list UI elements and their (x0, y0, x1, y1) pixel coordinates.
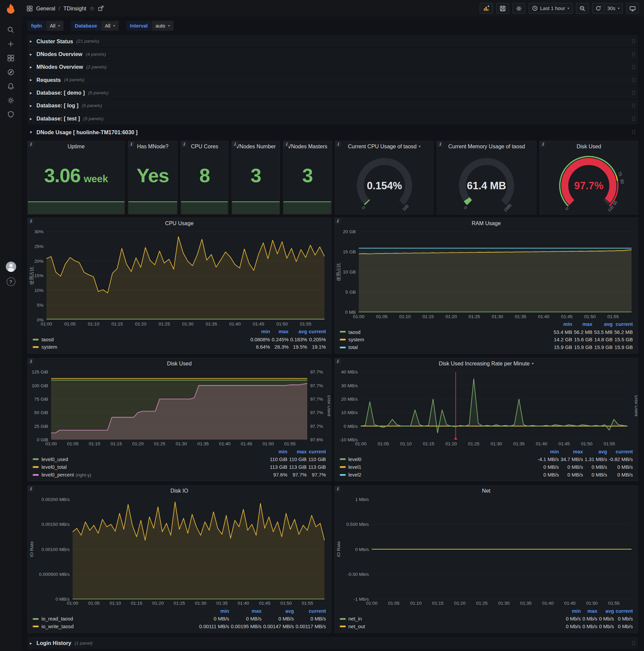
panel-info-icon[interactable]: i (128, 141, 134, 147)
legend-series-name[interactable]: level0_total (32, 463, 269, 471)
time-range-picker[interactable]: Last 1 hour ▾ (528, 3, 573, 14)
drag-handle-icon[interactable] (632, 103, 636, 108)
variable-value-dropdown[interactable]: All▾ (46, 21, 63, 31)
legend-header-avg[interactable]: avg (262, 608, 295, 615)
legend-header-min[interactable]: min (565, 608, 582, 615)
panel-info-icon[interactable]: i (283, 141, 289, 147)
refresh-interval-picker[interactable]: 30s ▾ (604, 3, 623, 14)
legend-series-name[interactable]: level0_used (32, 456, 269, 463)
panel-info-icon[interactable]: i (335, 359, 341, 364)
chart-disk-io[interactable]: 0 MB/s0.000500 MB/s0.00100 MB/s0.00150 M… (29, 496, 330, 608)
legend-series-name[interactable]: level0 (339, 456, 537, 463)
legend-series-name[interactable]: system (32, 344, 250, 351)
save-dashboard-button[interactable] (496, 3, 509, 14)
legend-header-max[interactable]: max (288, 448, 307, 456)
panel-info-icon[interactable]: i (437, 141, 443, 147)
panel-info-icon[interactable]: i (28, 141, 34, 147)
row-mnodes-overview[interactable]: ▸MNodes Overview(2 panels) (28, 61, 638, 73)
panel-title[interactable]: Disk Used Increasing Rate per Minute (439, 361, 529, 367)
legend-series-name[interactable]: taosd (32, 336, 250, 344)
panel-title[interactable]: Disk Used (167, 361, 192, 367)
legend-series-name[interactable]: net_in (339, 615, 565, 623)
panel-info-icon[interactable]: i (232, 141, 237, 147)
legend-header-max[interactable]: max (573, 320, 593, 328)
star-icon[interactable]: ☆ (90, 5, 95, 12)
drag-handle-icon[interactable] (632, 38, 636, 43)
row-dnode-usage-huolinhe-tm1701-6030[interactable]: ▾DNode Usage [ huolinhe-TM1701:6030 ] (28, 126, 638, 138)
legend-series-name[interactable]: io_write_taosd (32, 623, 198, 630)
dashboard-settings-button[interactable] (512, 3, 525, 14)
drag-handle-icon[interactable] (632, 64, 636, 69)
help-icon[interactable]: ? (6, 277, 15, 286)
legend-header-current[interactable]: current (295, 608, 327, 615)
legend-series-name[interactable]: level0_percent(right-y) (32, 471, 269, 479)
zoom-out-button[interactable] (576, 3, 589, 14)
legend-header-max[interactable]: max (271, 328, 289, 336)
panel-title[interactable]: Current CPU Usage of taosd (348, 143, 417, 150)
drag-handle-icon[interactable] (632, 77, 636, 82)
search-icon[interactable] (3, 23, 19, 37)
legend-header-min[interactable]: min (537, 448, 559, 456)
drag-handle-icon[interactable] (632, 640, 636, 646)
panel-title[interactable]: VNodes Number (236, 143, 276, 150)
chart-ram-usage[interactable]: 0 MB5 GB10 GB15 GB20 GB01:0001:0501:1001… (335, 228, 637, 320)
panel-info-icon[interactable]: i (540, 141, 546, 147)
variable-value-dropdown[interactable]: All▾ (101, 21, 119, 31)
panel-info-icon[interactable]: i (335, 141, 341, 147)
legend-header-min[interactable]: min (269, 448, 288, 456)
breadcrumb-section[interactable]: General (36, 5, 55, 11)
configuration-gear-icon[interactable] (3, 93, 19, 107)
legend-header-max[interactable]: max (230, 608, 263, 615)
legend-header-min[interactable]: min (198, 608, 230, 615)
chart-disk-used-increasing-rate-per-minute[interactable]: -10 MB/s0 MB/s10 MB/s20 MB/s30 MB/s40 MB… (335, 369, 637, 448)
panel-title[interactable]: Uptime (67, 143, 85, 150)
user-avatar[interactable] (6, 261, 16, 272)
server-admin-shield-icon[interactable] (3, 107, 19, 122)
legend-series-name[interactable]: level1 (339, 463, 537, 471)
legend-header-current[interactable]: current (613, 320, 634, 328)
share-icon[interactable] (98, 5, 104, 11)
panel-title[interactable]: CPU Cores (191, 143, 218, 150)
row-database-log[interactable]: ▸Database: [ log ](5 panels) (28, 99, 638, 112)
legend-header-current[interactable]: current (608, 448, 634, 456)
legend-series-name[interactable]: io_read_taosd (32, 615, 198, 623)
legend-series-name[interactable]: net_out (339, 623, 565, 630)
legend-header-max[interactable]: max (560, 448, 584, 456)
legend-series-name[interactable]: level2 (339, 471, 537, 479)
row-cluster-status[interactable]: ▸Cluster Status(21 panels) (28, 35, 638, 47)
panel-title[interactable]: RAM Usage (472, 220, 501, 226)
legend-header-current[interactable]: current (615, 608, 634, 615)
panel-info-icon[interactable]: i (28, 486, 34, 491)
row-database-test[interactable]: ▸Database: [ test ](5 panels) (28, 112, 638, 124)
legend-header-min[interactable]: min (553, 320, 573, 328)
explore-compass-icon[interactable] (3, 65, 19, 79)
dashboards-icon[interactable] (3, 51, 19, 65)
panel-title[interactable]: Has MNode? (137, 143, 168, 150)
chart-cpu-usage[interactable]: 0%5%10%15%20%25%30%01:0001:0501:1001:150… (29, 228, 330, 328)
panel-title[interactable]: Disk Used (577, 143, 601, 150)
drag-handle-icon[interactable] (632, 51, 636, 57)
cycle-view-button[interactable] (626, 3, 639, 14)
drag-handle-icon[interactable] (632, 129, 636, 134)
panel-title[interactable]: Disk IO (170, 488, 188, 494)
alerting-bell-icon[interactable] (3, 79, 19, 93)
legend-header-avg[interactable]: avg (593, 320, 613, 328)
drag-handle-icon[interactable] (632, 116, 636, 121)
legend-header-max[interactable]: max (582, 608, 599, 615)
row-dnodes-overview[interactable]: ▸DNodes Overview(4 panels) (28, 48, 638, 60)
panel-info-icon[interactable]: i (181, 141, 187, 147)
dashboard-squares-icon[interactable] (27, 5, 33, 11)
row-database-demo[interactable]: ▸Database: [ demo ](5 panels) (28, 86, 638, 99)
legend-series-name[interactable]: total (339, 344, 553, 351)
variable-value-dropdown[interactable]: auto▾ (152, 21, 174, 31)
drag-handle-icon[interactable] (632, 90, 636, 95)
panel-info-icon[interactable]: i (28, 359, 34, 364)
legend-header-avg[interactable]: avg (584, 448, 608, 456)
legend-header-avg[interactable]: avg (598, 608, 615, 615)
row-login-history[interactable]: ▸Login History(1 panel) (28, 637, 638, 649)
panel-info-icon[interactable]: i (335, 486, 341, 491)
chart-net[interactable]: -1 Mb/s-0.50 Mb/s0 Mb/s0.500 Mb/s1 Mb/s0… (335, 496, 637, 608)
panel-title[interactable]: CPU Usage (165, 220, 194, 226)
chart-disk-used[interactable]: 0 GiB97.6%25 GiB97.7%50 GiB97.7%75 GiB97… (29, 369, 330, 448)
row-requests[interactable]: ▸Requests(4 panels) (28, 73, 638, 86)
